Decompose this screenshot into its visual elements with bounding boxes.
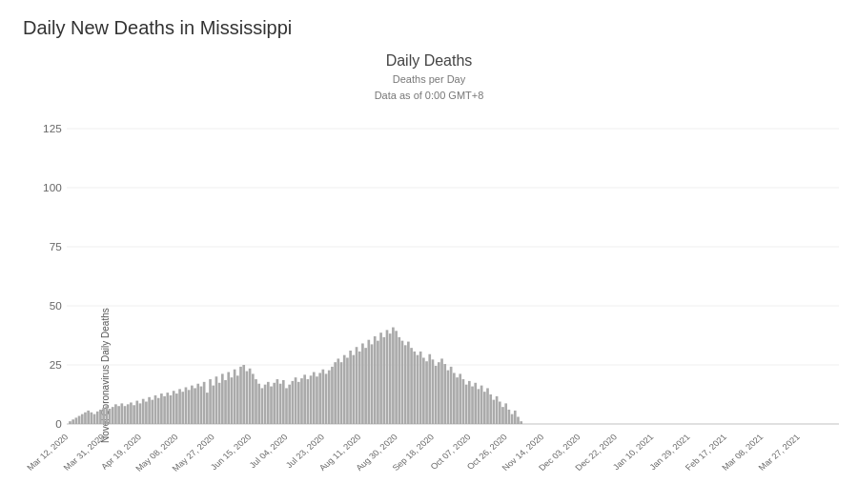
svg-rect-90 (307, 379, 310, 424)
svg-rect-78 (270, 387, 273, 424)
svg-rect-111 (371, 344, 374, 424)
svg-rect-28 (117, 406, 120, 424)
svg-rect-151 (493, 400, 496, 424)
svg-rect-57 (206, 393, 209, 424)
svg-rect-43 (163, 396, 166, 424)
svg-rect-159 (517, 416, 520, 424)
svg-rect-22 (99, 410, 102, 424)
svg-rect-54 (196, 384, 199, 424)
svg-rect-149 (486, 388, 489, 424)
chart-svg: 125 100 75 50 25 0 (67, 129, 839, 424)
chart-subtitle: Deaths per Day Data as of 0:00 GMT+8 (0, 71, 858, 103)
svg-rect-105 (352, 355, 355, 424)
svg-text:0: 0 (55, 418, 62, 429)
svg-rect-134 (440, 358, 443, 424)
svg-rect-70 (246, 372, 249, 424)
svg-rect-46 (173, 391, 175, 424)
svg-rect-17 (84, 413, 87, 424)
svg-text:50: 50 (50, 300, 62, 311)
svg-rect-48 (178, 389, 181, 424)
svg-rect-26 (112, 407, 114, 424)
svg-rect-144 (471, 387, 474, 424)
svg-rect-135 (443, 364, 446, 424)
svg-rect-154 (501, 407, 504, 424)
svg-rect-15 (78, 416, 81, 424)
svg-rect-67 (236, 375, 239, 424)
svg-rect-89 (303, 374, 306, 424)
svg-rect-68 (239, 367, 242, 424)
svg-rect-128 (422, 357, 425, 424)
svg-rect-52 (191, 386, 194, 424)
chart-area: Novel Coronavirus Daily Deaths 125 100 7… (67, 129, 839, 424)
svg-rect-82 (282, 380, 285, 424)
svg-rect-109 (364, 348, 367, 424)
page-title: Daily New Deaths in Mississippi (0, 0, 858, 39)
svg-rect-101 (340, 362, 343, 424)
svg-rect-37 (145, 402, 148, 424)
svg-rect-34 (135, 401, 138, 424)
svg-rect-60 (215, 376, 218, 424)
svg-rect-14 (75, 417, 78, 424)
svg-rect-120 (398, 337, 400, 424)
svg-rect-97 (328, 371, 331, 424)
svg-rect-114 (379, 333, 382, 424)
svg-rect-147 (480, 386, 483, 424)
svg-rect-41 (157, 398, 160, 424)
svg-rect-23 (102, 408, 105, 424)
svg-rect-21 (96, 412, 99, 424)
svg-rect-116 (386, 330, 389, 424)
svg-rect-100 (337, 358, 340, 424)
svg-rect-91 (310, 375, 313, 424)
svg-rect-106 (356, 347, 358, 424)
svg-text:25: 25 (50, 359, 62, 370)
svg-rect-13 (72, 419, 74, 424)
svg-rect-137 (450, 367, 453, 424)
svg-rect-138 (453, 373, 456, 424)
svg-rect-122 (404, 345, 407, 424)
svg-text:100: 100 (43, 182, 62, 192)
svg-rect-69 (242, 365, 245, 424)
svg-rect-32 (130, 402, 133, 424)
svg-rect-156 (508, 410, 511, 424)
svg-rect-85 (292, 381, 295, 424)
svg-rect-145 (474, 383, 477, 424)
svg-rect-33 (133, 405, 135, 424)
svg-rect-63 (224, 380, 227, 424)
svg-rect-49 (181, 392, 184, 424)
svg-rect-86 (295, 377, 297, 424)
svg-rect-76 (264, 385, 267, 424)
svg-rect-61 (218, 383, 221, 424)
svg-rect-77 (267, 382, 270, 424)
svg-rect-129 (425, 361, 428, 424)
svg-rect-94 (318, 373, 321, 424)
svg-rect-71 (249, 369, 252, 424)
svg-rect-12 (69, 421, 72, 424)
svg-rect-31 (127, 404, 130, 424)
svg-rect-124 (410, 348, 413, 424)
svg-rect-80 (276, 379, 279, 424)
svg-rect-99 (334, 362, 337, 424)
svg-rect-126 (417, 355, 419, 424)
svg-rect-140 (459, 373, 461, 424)
svg-rect-125 (413, 352, 416, 424)
svg-rect-19 (91, 413, 93, 424)
svg-rect-29 (120, 403, 123, 424)
svg-rect-127 (419, 352, 422, 424)
svg-rect-103 (346, 357, 349, 424)
svg-rect-74 (257, 384, 260, 424)
svg-rect-110 (367, 340, 370, 424)
svg-rect-112 (374, 336, 377, 424)
svg-rect-150 (489, 394, 492, 424)
svg-rect-42 (160, 393, 163, 424)
svg-rect-58 (209, 379, 212, 424)
svg-rect-35 (139, 403, 142, 424)
svg-rect-62 (221, 373, 224, 424)
svg-rect-132 (435, 366, 438, 424)
svg-rect-152 (496, 396, 499, 424)
svg-rect-40 (154, 395, 157, 424)
svg-rect-148 (483, 392, 486, 424)
svg-rect-108 (361, 343, 364, 424)
svg-rect-157 (511, 414, 514, 424)
svg-rect-146 (478, 389, 480, 424)
svg-rect-66 (234, 370, 236, 424)
